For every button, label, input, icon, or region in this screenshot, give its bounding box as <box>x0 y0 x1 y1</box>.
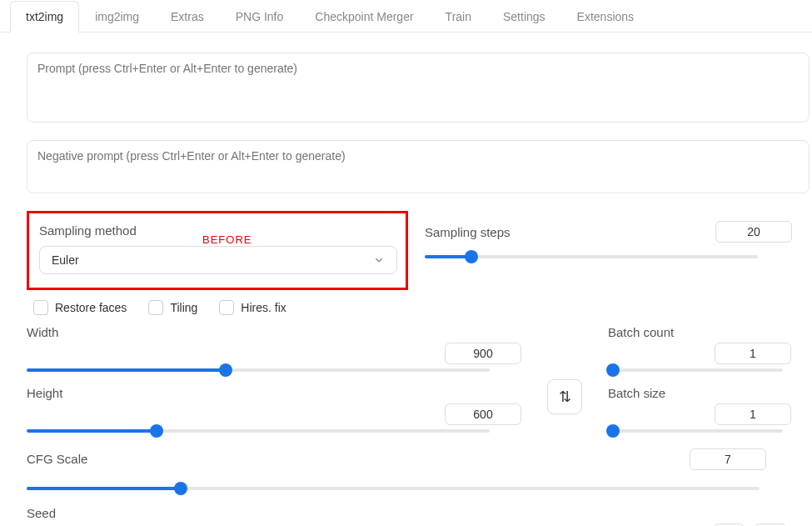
tab-extras[interactable]: Extras <box>155 1 220 33</box>
width-label: Width <box>27 325 521 339</box>
tab-train[interactable]: Train <box>430 1 487 33</box>
width-slider[interactable] <box>27 364 490 376</box>
batch-count-label: Batch count <box>608 325 791 339</box>
checkbox-icon <box>33 300 48 315</box>
height-value[interactable]: 600 <box>445 403 521 425</box>
tab-extensions[interactable]: Extensions <box>561 1 650 33</box>
swap-icon: ⇅ <box>559 388 571 406</box>
tiling-label: Tiling <box>170 301 197 314</box>
height-slider[interactable] <box>27 425 490 437</box>
prompt-input[interactable] <box>27 53 810 123</box>
tab-img2img[interactable]: img2img <box>79 1 155 33</box>
tab-settings[interactable]: Settings <box>487 1 561 33</box>
sampling-method-highlight: Sampling method BEFORE Euler <box>27 211 408 290</box>
cfg-scale-value[interactable]: 7 <box>690 448 766 470</box>
restore-faces-checkbox[interactable]: Restore faces <box>33 300 127 315</box>
sampling-steps-label: Sampling steps <box>425 225 511 239</box>
sampling-steps-value[interactable]: 20 <box>715 221 792 243</box>
sampling-method-value: Euler <box>52 253 79 267</box>
chevron-down-icon <box>373 254 385 266</box>
sampling-method-select[interactable]: Euler <box>39 246 397 274</box>
batch-count-slider[interactable] <box>608 364 783 376</box>
main-tabs: txt2img img2img Extras PNG Info Checkpoi… <box>0 0 812 33</box>
batch-size-label: Batch size <box>608 386 791 400</box>
batch-size-value[interactable]: 1 <box>715 403 791 425</box>
tab-checkpoint-merger[interactable]: Checkpoint Merger <box>299 1 429 33</box>
tab-pnginfo[interactable]: PNG Info <box>220 1 300 33</box>
restore-faces-label: Restore faces <box>55 301 127 314</box>
before-annotation: BEFORE <box>202 233 252 246</box>
cfg-scale-label: CFG Scale <box>27 452 87 466</box>
width-value[interactable]: 900 <box>445 343 521 364</box>
batch-count-value[interactable]: 1 <box>715 343 791 364</box>
swap-dimensions-button[interactable]: ⇅ <box>547 379 582 414</box>
height-label: Height <box>27 386 521 400</box>
tab-txt2img[interactable]: txt2img <box>10 1 79 33</box>
seed-label: Seed <box>27 506 56 520</box>
sampling-method-label: Sampling method <box>39 223 137 238</box>
batch-size-slider[interactable] <box>608 425 783 437</box>
cfg-scale-slider[interactable] <box>27 483 760 494</box>
hires-fix-label: Hires. fix <box>241 301 286 314</box>
checkbox-icon <box>219 300 234 315</box>
negative-prompt-input[interactable] <box>27 140 810 193</box>
tiling-checkbox[interactable]: Tiling <box>148 300 197 315</box>
checkbox-icon <box>148 300 163 315</box>
hires-fix-checkbox[interactable]: Hires. fix <box>219 300 286 315</box>
sampling-steps-slider[interactable] <box>425 251 758 263</box>
